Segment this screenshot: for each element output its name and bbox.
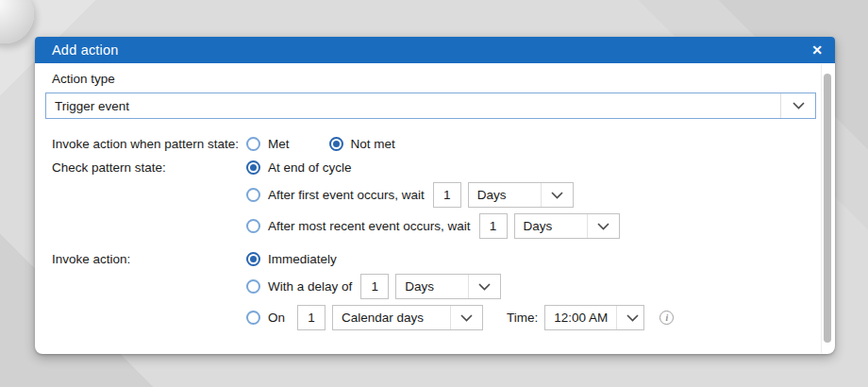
- check-pattern-label: Check pattern state:: [52, 160, 246, 175]
- delay-unit-value: Days: [396, 279, 468, 294]
- form-row-with-delay: With a delay of Days: [52, 271, 803, 302]
- form-row-pattern-state: Invoke action when pattern state: Met No…: [52, 133, 803, 154]
- dialog-titlebar: Add action ✕: [35, 37, 835, 63]
- form-row-after-first-event: After first event occurs, wait Days: [52, 179, 803, 210]
- radio-option-end-of-cycle[interactable]: At end of cycle: [246, 160, 352, 175]
- after-recent-event-wait-input[interactable]: [479, 213, 508, 239]
- radio-icon: [246, 219, 260, 233]
- after-recent-event-label: After most recent event occurs, wait: [268, 219, 471, 233]
- radio-icon: [246, 311, 260, 325]
- radio-option-immediately[interactable]: Immediately: [246, 252, 337, 266]
- after-first-event-controls: After first event occurs, wait Days: [246, 182, 803, 208]
- check-pattern-option-1: At end of cycle: [246, 157, 803, 177]
- time-label: Time:: [507, 311, 538, 325]
- immediately-label: Immediately: [268, 252, 337, 266]
- scrollbar-track[interactable]: [821, 64, 834, 353]
- dialog-content: Action type Trigger event Invoke action …: [35, 63, 835, 354]
- pattern-state-options: Met Not met: [246, 133, 803, 154]
- radio-icon: [246, 188, 260, 202]
- delay-amount-input[interactable]: [360, 274, 389, 299]
- add-action-dialog: Add action ✕ Action type Trigger event I…: [35, 37, 835, 354]
- radio-option-after-recent-event[interactable]: After most recent event occurs, wait: [246, 219, 471, 233]
- after-recent-event-controls: After most recent event occurs, wait Day…: [246, 213, 803, 239]
- invoke-action-label: Invoke action:: [52, 252, 246, 266]
- end-of-cycle-label: At end of cycle: [268, 160, 352, 175]
- radio-option-on[interactable]: On: [246, 311, 285, 325]
- on-day-unit-select[interactable]: Calendar days: [332, 305, 483, 330]
- radio-icon: [246, 252, 260, 266]
- on-day-number-input[interactable]: [297, 305, 326, 330]
- after-recent-event-unit-select[interactable]: Days: [514, 213, 620, 239]
- radio-option-after-first-event[interactable]: After first event occurs, wait: [246, 188, 425, 202]
- after-first-event-label: After first event occurs, wait: [268, 188, 425, 202]
- radio-icon: [246, 160, 260, 175]
- action-type-select[interactable]: Trigger event: [45, 93, 816, 119]
- form-row-invoke-action: Invoke action: Immediately: [52, 248, 803, 269]
- form-row-on-day: On Calendar days Time: 12:00 AM i: [52, 302, 803, 333]
- radio-met-label: Met: [268, 137, 290, 151]
- radio-not-met-label: Not met: [351, 137, 395, 151]
- chevron-down-icon: [587, 214, 619, 238]
- close-icon[interactable]: ✕: [811, 43, 823, 57]
- form-row-check-pattern: Check pattern state: At end of cycle: [52, 157, 803, 177]
- after-first-event-unit-value: Days: [469, 188, 541, 202]
- chevron-down-icon: [616, 306, 648, 329]
- after-recent-event-unit-value: Days: [515, 219, 587, 233]
- scrollbar-thumb[interactable]: [824, 74, 831, 343]
- radio-option-with-delay[interactable]: With a delay of: [246, 279, 352, 294]
- radio-icon: [246, 137, 260, 151]
- form-row-after-recent-event: After most recent event occurs, wait Day…: [52, 210, 803, 242]
- dialog-title: Add action: [52, 42, 811, 58]
- info-icon[interactable]: i: [659, 311, 674, 325]
- radio-icon: [329, 137, 343, 151]
- on-label: On: [268, 311, 285, 325]
- after-first-event-wait-input[interactable]: [433, 182, 461, 208]
- chevron-down-icon: [450, 306, 482, 329]
- pattern-state-label: Invoke action when pattern state:: [52, 137, 246, 151]
- delay-unit-select[interactable]: Days: [395, 274, 501, 299]
- action-type-label: Action type: [52, 71, 803, 87]
- chevron-down-icon: [780, 93, 815, 118]
- with-delay-label: With a delay of: [268, 279, 352, 294]
- on-day-unit-value: Calendar days: [333, 311, 450, 325]
- chevron-down-icon: [541, 183, 573, 207]
- radio-icon: [246, 279, 260, 294]
- time-value: 12:00 AM: [545, 311, 616, 325]
- with-delay-controls: With a delay of Days: [246, 274, 803, 299]
- action-type-value: Trigger event: [46, 99, 780, 113]
- time-select[interactable]: 12:00 AM: [544, 305, 644, 330]
- on-day-controls: On Calendar days Time: 12:00 AM i: [246, 305, 803, 330]
- radio-option-not-met[interactable]: Not met: [329, 137, 395, 151]
- invoke-option-immediately: Immediately: [246, 248, 803, 269]
- background-sphere-decoration: [0, 0, 34, 43]
- radio-option-met[interactable]: Met: [246, 137, 290, 151]
- chevron-down-icon: [468, 275, 500, 298]
- after-first-event-unit-select[interactable]: Days: [468, 182, 574, 208]
